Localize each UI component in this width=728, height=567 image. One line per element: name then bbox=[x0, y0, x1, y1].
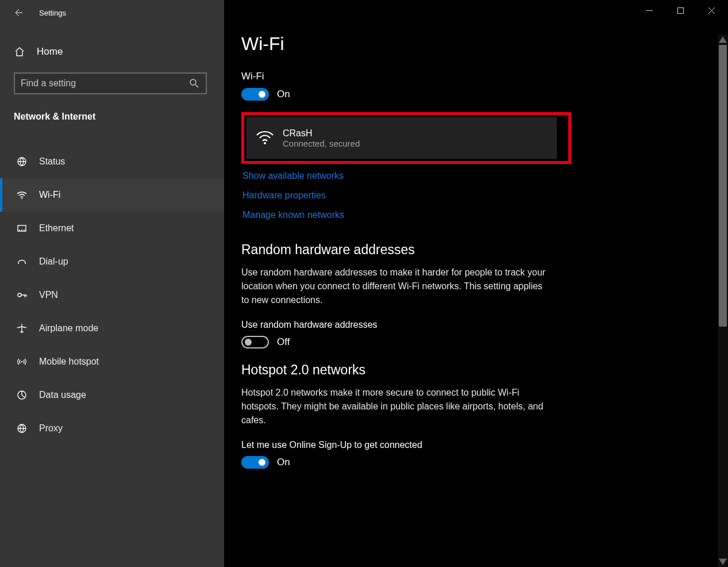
hotspot2-toggle[interactable]: On bbox=[241, 456, 711, 469]
sidebar-item-vpn[interactable]: VPN bbox=[0, 278, 224, 312]
home-label: Home bbox=[37, 46, 63, 58]
wifi-signal-icon bbox=[255, 127, 275, 149]
scroll-track[interactable] bbox=[718, 45, 728, 557]
search-icon bbox=[188, 78, 200, 89]
link-show-available[interactable]: Show available networks bbox=[242, 171, 344, 181]
section-random-hw-title: Random hardware addresses bbox=[241, 242, 711, 258]
svg-point-7 bbox=[21, 361, 23, 363]
svg-point-2 bbox=[21, 198, 22, 199]
airplane-icon bbox=[16, 323, 28, 334]
scroll-thumb[interactable] bbox=[719, 45, 727, 327]
sidebar-item-ethernet[interactable]: Ethernet bbox=[0, 212, 224, 245]
highlight-annotation: CRasH Connected, secured bbox=[241, 112, 571, 164]
app-title: Settings bbox=[39, 9, 66, 17]
home-icon bbox=[14, 46, 25, 58]
sidebar-item-label: Airplane mode bbox=[39, 323, 98, 334]
svg-rect-10 bbox=[677, 7, 683, 13]
sidebar-item-label: Mobile hotspot bbox=[39, 357, 99, 367]
hotspot2-desc: Hotspot 2.0 networks make it more secure… bbox=[241, 386, 552, 427]
wifi-toggle[interactable]: On bbox=[241, 88, 711, 101]
random-hw-state: Off bbox=[277, 336, 290, 348]
scroll-up-icon[interactable] bbox=[718, 35, 728, 45]
sidebar-item-label: Status bbox=[39, 156, 65, 167]
hotspot-icon bbox=[16, 356, 28, 367]
hotspot2-toggle-label: Let me use Online Sign-Up to get connect… bbox=[241, 440, 711, 450]
sidebar-item-hotspot[interactable]: Mobile hotspot bbox=[0, 345, 224, 378]
close-button[interactable] bbox=[696, 1, 727, 20]
wifi-toggle-label: Wi-Fi bbox=[241, 71, 711, 82]
category-label: Network & Internet bbox=[0, 101, 224, 128]
status-icon bbox=[16, 156, 28, 167]
wifi-icon bbox=[16, 189, 28, 201]
search-input[interactable] bbox=[21, 78, 188, 89]
dialup-icon bbox=[16, 256, 28, 267]
window-controls bbox=[224, 0, 728, 20]
sidebar: Settings Home Network & Internet Status … bbox=[0, 0, 224, 567]
random-hw-toggle-label: Use random hardware addresses bbox=[241, 320, 711, 330]
sidebar-item-datausage[interactable]: Data usage bbox=[0, 378, 224, 412]
network-name: CRasH bbox=[283, 128, 360, 139]
sidebar-item-label: Dial-up bbox=[39, 256, 68, 267]
network-info: CRasH Connected, secured bbox=[283, 128, 360, 148]
maximize-button[interactable] bbox=[665, 1, 696, 20]
ethernet-icon bbox=[16, 223, 28, 234]
vpn-icon bbox=[16, 289, 28, 301]
svg-point-0 bbox=[190, 79, 196, 85]
wifi-links: Show available networks Hardware propert… bbox=[241, 166, 711, 225]
sidebar-item-label: Wi-Fi bbox=[39, 190, 60, 200]
wifi-switch[interactable] bbox=[241, 88, 269, 101]
section-hotspot2-title: Hotspot 2.0 networks bbox=[241, 362, 711, 378]
scroll-down-icon[interactable] bbox=[718, 557, 728, 567]
svg-point-6 bbox=[18, 293, 21, 297]
back-icon[interactable] bbox=[14, 8, 23, 17]
sidebar-item-proxy[interactable]: Proxy bbox=[0, 412, 224, 445]
sidebar-item-status[interactable]: Status bbox=[0, 145, 224, 178]
sidebar-item-wifi[interactable]: Wi-Fi bbox=[0, 178, 224, 212]
sidebar-item-label: Data usage bbox=[39, 390, 86, 400]
main-panel: Wi-Fi Wi-Fi On CRasH Connected, secured bbox=[224, 0, 728, 567]
svg-point-4 bbox=[18, 263, 19, 264]
nav-list: Status Wi-Fi Ethernet Dial-up VPN bbox=[0, 145, 224, 445]
sidebar-item-label: Proxy bbox=[39, 423, 63, 434]
hotspot2-switch[interactable] bbox=[241, 456, 269, 469]
titlebar-left: Settings bbox=[0, 5, 224, 21]
svg-point-5 bbox=[25, 263, 26, 264]
random-hw-desc: Use random hardware addresses to make it… bbox=[241, 266, 552, 307]
hotspot2-state: On bbox=[277, 457, 290, 468]
random-hw-switch[interactable] bbox=[241, 336, 269, 348]
datausage-icon bbox=[16, 389, 28, 401]
network-status: Connected, secured bbox=[283, 139, 360, 148]
content-area: Wi-Fi Wi-Fi On CRasH Connected, secured bbox=[224, 20, 728, 480]
svg-point-11 bbox=[264, 142, 266, 144]
sidebar-item-label: Ethernet bbox=[39, 223, 74, 233]
sidebar-item-label: VPN bbox=[39, 290, 58, 300]
random-hw-toggle[interactable]: Off bbox=[241, 336, 711, 348]
wifi-state: On bbox=[277, 89, 290, 100]
link-hardware-properties[interactable]: Hardware properties bbox=[242, 190, 326, 201]
search-box[interactable] bbox=[14, 72, 207, 94]
sidebar-item-airplane[interactable]: Airplane mode bbox=[0, 312, 224, 345]
search-wrap bbox=[0, 66, 224, 101]
sidebar-item-dialup[interactable]: Dial-up bbox=[0, 245, 224, 278]
vertical-scrollbar[interactable] bbox=[718, 35, 728, 567]
proxy-icon bbox=[16, 423, 28, 434]
current-network-card[interactable]: CRasH Connected, secured bbox=[246, 117, 557, 159]
home-nav[interactable]: Home bbox=[0, 38, 224, 66]
minimize-button[interactable] bbox=[634, 1, 665, 20]
link-manage-known[interactable]: Manage known networks bbox=[242, 210, 344, 220]
page-title: Wi-Fi bbox=[241, 33, 711, 55]
